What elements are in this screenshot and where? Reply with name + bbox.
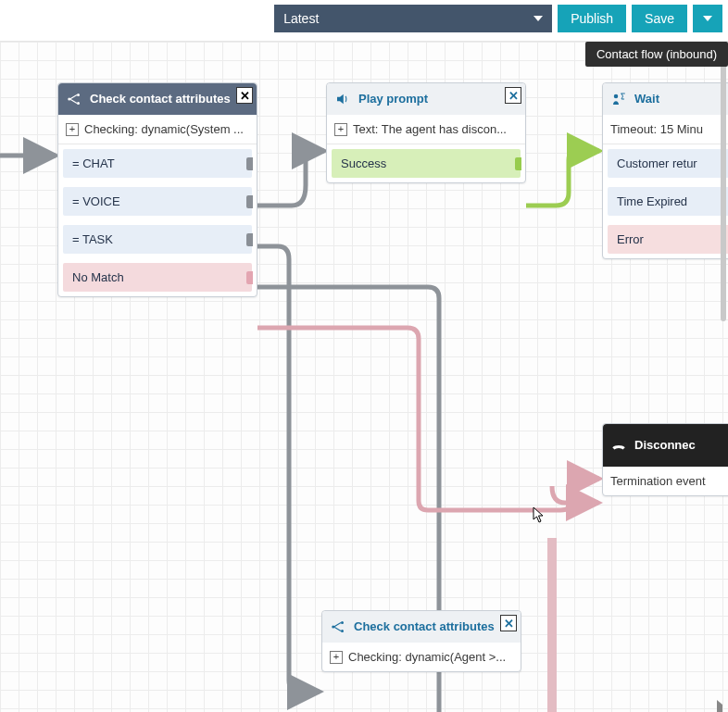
node-summary[interactable]: + Text: The agent has discon... bbox=[327, 115, 525, 144]
node-branches: Success bbox=[327, 144, 525, 182]
branch-task[interactable]: = TASK bbox=[63, 225, 252, 254]
scroll-right-button[interactable] bbox=[717, 705, 722, 710]
summary-text: Text: The agent has discon... bbox=[353, 122, 507, 136]
node-summary[interactable]: + Checking: dynamic(System ... bbox=[58, 115, 257, 144]
node-header[interactable]: Check contact attributes ✕ bbox=[322, 611, 521, 643]
svg-point-5 bbox=[341, 621, 344, 624]
node-disconnect[interactable]: Disconnec Termination event bbox=[602, 423, 728, 496]
connector-stub[interactable] bbox=[246, 233, 253, 246]
svg-point-2 bbox=[77, 102, 80, 105]
chevron-right-icon bbox=[717, 700, 722, 712]
close-icon[interactable]: ✕ bbox=[236, 87, 253, 104]
branch-icon bbox=[330, 618, 346, 635]
connector-stub[interactable] bbox=[246, 157, 253, 170]
connector-stub[interactable] bbox=[515, 157, 521, 170]
hangup-icon bbox=[610, 437, 627, 454]
connector-stub[interactable] bbox=[246, 195, 253, 208]
summary-text: Timeout: 15 Minu bbox=[610, 122, 703, 136]
expand-icon[interactable]: + bbox=[334, 123, 347, 136]
flow-canvas[interactable]: Contact flow (inbound) bbox=[0, 41, 728, 712]
node-branches: Customer retur Time Expired Error bbox=[603, 144, 728, 258]
svg-point-6 bbox=[341, 630, 344, 632]
summary-text: Termination event bbox=[610, 474, 706, 488]
node-check-contact-attributes-2[interactable]: Check contact attributes ✕ + Checking: d… bbox=[321, 610, 521, 672]
branch-success[interactable]: Success bbox=[332, 149, 521, 178]
branch-chat[interactable]: = CHAT bbox=[63, 149, 252, 178]
speaker-icon bbox=[334, 91, 351, 107]
node-wait[interactable]: Wait Timeout: 15 Minu Customer retur Tim… bbox=[602, 82, 728, 259]
node-branches: = CHAT = VOICE = TASK No Match bbox=[58, 144, 257, 296]
node-title: Play prompt bbox=[358, 93, 518, 106]
vertical-scrollbar[interactable] bbox=[721, 62, 726, 321]
top-toolbar: Latest Publish Save bbox=[0, 0, 728, 37]
branch-customer-return[interactable]: Customer retur bbox=[608, 149, 728, 178]
node-summary[interactable]: Termination event bbox=[603, 467, 728, 495]
flow-type-badge: Contact flow (inbound) bbox=[585, 42, 728, 67]
node-play-prompt[interactable]: Play prompt ✕ + Text: The agent has disc… bbox=[326, 82, 526, 183]
mouse-cursor bbox=[533, 506, 546, 527]
close-icon[interactable]: ✕ bbox=[500, 615, 517, 631]
expand-icon[interactable]: + bbox=[330, 651, 343, 664]
branch-icon bbox=[66, 91, 82, 107]
branch-error[interactable]: Error bbox=[608, 225, 728, 254]
node-summary[interactable]: Timeout: 15 Minu bbox=[603, 115, 728, 144]
wait-icon bbox=[610, 91, 627, 107]
save-button[interactable]: Save bbox=[632, 5, 687, 32]
node-title: Check contact attributes bbox=[90, 93, 249, 106]
svg-point-3 bbox=[614, 94, 619, 99]
branch-no-match[interactable]: No Match bbox=[63, 263, 252, 292]
node-check-contact-attributes[interactable]: Check contact attributes ✕ + Checking: d… bbox=[57, 82, 257, 297]
publish-button[interactable]: Publish bbox=[558, 5, 626, 32]
version-selector[interactable]: Latest bbox=[274, 5, 552, 32]
summary-text: Checking: dynamic(Agent >... bbox=[348, 650, 506, 664]
node-header[interactable]: Wait bbox=[603, 83, 728, 115]
node-header[interactable]: Check contact attributes ✕ bbox=[58, 83, 257, 115]
branch-voice[interactable]: = VOICE bbox=[63, 187, 252, 216]
node-title: Check contact attributes bbox=[354, 620, 513, 634]
svg-point-1 bbox=[77, 94, 80, 96]
node-header[interactable]: Disconnec bbox=[603, 424, 728, 467]
save-dropdown-button[interactable] bbox=[693, 5, 722, 32]
node-title: Wait bbox=[634, 93, 728, 106]
node-header[interactable]: Play prompt ✕ bbox=[327, 83, 525, 115]
node-title: Disconnec bbox=[634, 439, 728, 453]
version-label: Latest bbox=[283, 11, 319, 26]
summary-text: Checking: dynamic(System ... bbox=[84, 122, 244, 136]
node-summary[interactable]: + Checking: dynamic(Agent >... bbox=[322, 643, 521, 671]
expand-icon[interactable]: + bbox=[66, 123, 79, 136]
chevron-down-icon bbox=[533, 16, 543, 21]
branch-time-expired[interactable]: Time Expired bbox=[608, 187, 728, 216]
chevron-down-icon bbox=[703, 16, 712, 21]
connector-stub[interactable] bbox=[246, 271, 253, 284]
close-icon[interactable]: ✕ bbox=[505, 87, 521, 104]
